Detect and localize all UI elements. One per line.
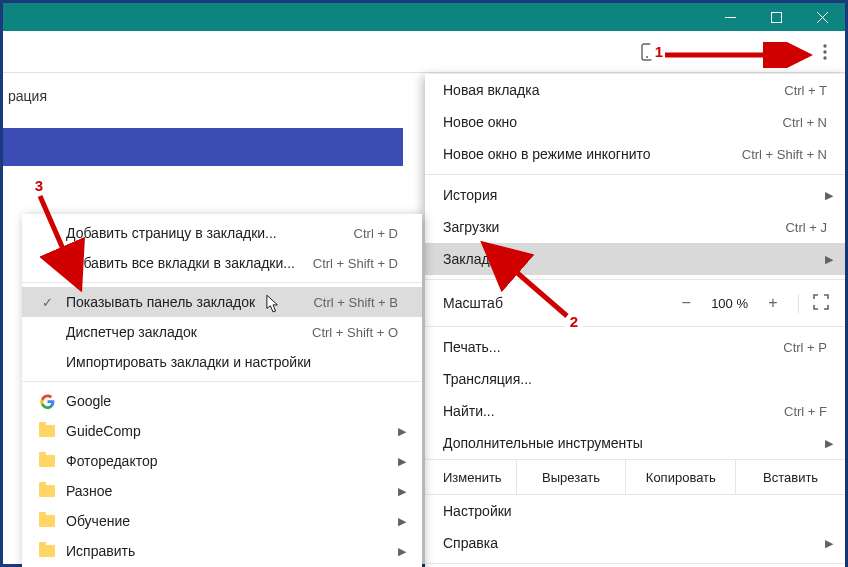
menu-cast[interactable]: Трансляция... [425,363,845,395]
svg-point-6 [823,44,826,47]
chevron-right-icon: ▶ [825,253,833,266]
chevron-right-icon: ▶ [398,425,406,438]
browser-toolbar [3,31,845,73]
menu-downloads[interactable]: ЗагрузкиCtrl + J [425,211,845,243]
menu-find[interactable]: Найти...Ctrl + F [425,395,845,427]
folder-icon [38,545,56,557]
menu-print[interactable]: Печать...Ctrl + P [425,331,845,363]
bookmark-folder[interactable]: Обучение▶ [22,506,422,536]
check-icon: ✓ [38,295,56,310]
menu-button[interactable] [811,38,839,66]
menu-new-tab[interactable]: Новая вкладкаCtrl + T [425,74,845,106]
svg-point-7 [823,50,826,53]
zoom-value: 100 % [711,296,748,311]
submenu-add-all[interactable]: Добавить все вкладки в закладки...Ctrl +… [22,248,422,278]
menu-new-window[interactable]: Новое окноCtrl + N [425,106,845,138]
folder-icon [38,485,56,497]
svg-point-5 [646,56,648,58]
menu-zoom: Масштаб − 100 % + [425,284,845,322]
bookmarks-submenu: Добавить страницу в закладки...Ctrl + D … [22,214,422,567]
menu-settings[interactable]: Настройки [425,495,845,527]
chevron-right-icon: ▶ [825,437,833,450]
chevron-right-icon: ▶ [825,189,833,202]
bookmark-folder[interactable]: Фоторедактор▶ [22,446,422,476]
svg-rect-1 [771,12,781,22]
submenu-show-bookmarks-bar[interactable]: ✓Показывать панель закладокCtrl + Shift … [22,287,422,317]
submenu-add-page[interactable]: Добавить страницу в закладки...Ctrl + D [22,218,422,248]
edit-copy-button[interactable]: Копировать [625,460,735,494]
fullscreen-button[interactable] [798,294,835,313]
bookmark-folder[interactable]: Исправить▶ [22,536,422,566]
edit-paste-button[interactable]: Вставить [735,460,845,494]
chevron-right-icon: ▶ [825,537,833,550]
bookmark-folder[interactable]: Разное▶ [22,476,422,506]
window-close-button[interactable] [799,3,845,31]
zoom-in-button[interactable]: + [762,294,784,312]
main-menu: Новая вкладкаCtrl + T Новое окноCtrl + N… [425,74,845,567]
menu-edit-row: Изменить Вырезать Копировать Вставить [425,459,845,495]
menu-history[interactable]: История▶ [425,179,845,211]
window-minimize-button[interactable] [707,3,753,31]
background-text: рация [8,88,47,104]
background-panel [3,128,403,166]
annotation-1: 1 [650,42,668,60]
menu-help[interactable]: Справка▶ [425,527,845,559]
google-icon [38,394,56,409]
chevron-right-icon: ▶ [398,515,406,528]
zoom-out-button[interactable]: − [675,294,697,312]
window-titlebar [3,3,845,31]
svg-point-8 [823,56,826,59]
menu-more-tools[interactable]: Дополнительные инструменты▶ [425,427,845,459]
folder-icon [38,515,56,527]
menu-incognito[interactable]: Новое окно в режиме инкогнитоCtrl + Shif… [425,138,845,170]
star-icon[interactable] [773,38,801,66]
chevron-right-icon: ▶ [398,455,406,468]
menu-bookmarks[interactable]: Закладки▶ [425,243,845,275]
annotation-3: 3 [30,176,48,194]
window-maximize-button[interactable] [753,3,799,31]
bookmark-item-google[interactable]: Google [22,386,422,416]
bookmark-folder[interactable]: GuideComp▶ [22,416,422,446]
annotation-2: 2 [565,312,583,330]
chevron-right-icon: ▶ [398,545,406,558]
chevron-right-icon: ▶ [398,485,406,498]
folder-icon [38,455,56,467]
submenu-import-bookmarks[interactable]: Импортировать закладки и настройки [22,347,422,377]
folder-icon [38,425,56,437]
submenu-bookmark-manager[interactable]: Диспетчер закладокCtrl + Shift + O [22,317,422,347]
edit-cut-button[interactable]: Вырезать [516,460,626,494]
